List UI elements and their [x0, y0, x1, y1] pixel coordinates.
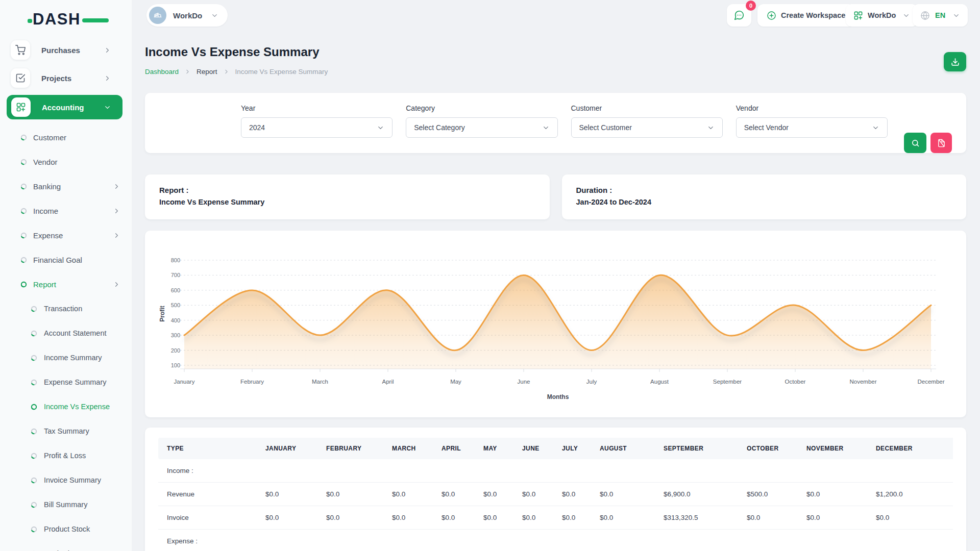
- chevron-right-icon: [113, 183, 120, 190]
- workspace-selector[interactable]: WorkDo: [146, 4, 228, 27]
- sidebar-item-label: Account Statement: [44, 329, 107, 337]
- breadcrumb-report[interactable]: Report: [197, 68, 217, 76]
- svg-text:October: October: [785, 379, 806, 385]
- bullet-icon: [31, 477, 37, 484]
- reset-button[interactable]: [930, 133, 952, 153]
- table-body: Income :Revenue$0.0$0.0$0.0$0.0$0.0$0.0$…: [158, 459, 953, 551]
- chevron-right-icon: [223, 68, 230, 75]
- messages-badge: 0: [746, 1, 756, 11]
- svg-text:July: July: [586, 379, 597, 385]
- category-value: Select Category: [414, 123, 465, 132]
- sidebar-item-vendor[interactable]: Vendor: [0, 149, 132, 174]
- chevron-down-icon: [902, 12, 910, 19]
- sidebar-item-cash-flow[interactable]: Cash Flow: [0, 541, 132, 551]
- workdo-menu-button[interactable]: WorkDo: [846, 4, 918, 27]
- category-label: Category: [406, 104, 557, 112]
- sidebar-item-label: Expense Summary: [44, 378, 107, 386]
- table-column-november: NOVEMBER: [800, 438, 870, 459]
- logo[interactable]: DASH: [33, 10, 81, 29]
- svg-text:600: 600: [171, 287, 180, 293]
- sidebar-item-tax-summary[interactable]: Tax Summary: [0, 419, 132, 443]
- chevron-down-icon: [872, 124, 879, 132]
- checkbox-icon: [11, 68, 30, 88]
- messages-button[interactable]: 0: [727, 4, 751, 27]
- svg-text:100: 100: [171, 362, 180, 368]
- language-selector[interactable]: EN: [913, 4, 968, 27]
- sidebar-item-account-statement[interactable]: Account Statement: [0, 321, 132, 345]
- table-column-march: MARCH: [386, 438, 435, 459]
- cell-value: $0.0: [259, 483, 320, 506]
- bullet-icon: [31, 355, 37, 361]
- cell-value: $0.0: [320, 483, 386, 506]
- sidebar-item-income[interactable]: Income: [0, 198, 132, 223]
- customer-value: Select Customer: [579, 123, 632, 132]
- language-code: EN: [935, 11, 945, 19]
- table-column-february: FEBRUARY: [320, 438, 386, 459]
- customer-label: Customer: [571, 104, 723, 112]
- year-label: Year: [241, 104, 393, 112]
- sidebar-item-product-stock[interactable]: Product Stock: [0, 517, 132, 541]
- cell-value: $0.0: [477, 506, 516, 530]
- vendor-select[interactable]: Select Vendor: [736, 117, 888, 138]
- table-header-row: TYPEJANUARYFEBRUARYMARCHAPRILMAYJUNEJULY…: [158, 438, 953, 459]
- category-select[interactable]: Select Category: [406, 117, 557, 138]
- bullet-icon: [20, 208, 27, 214]
- create-workspace-button[interactable]: Create Workspace: [757, 4, 854, 27]
- row-label: Revenue: [158, 483, 259, 506]
- sidebar-item-purchases[interactable]: Purchases: [6, 39, 122, 61]
- sidebar-item-transaction[interactable]: Transaction: [0, 296, 132, 321]
- cell-value: $0.0: [259, 506, 320, 530]
- cell-value: $0.0: [516, 506, 556, 530]
- breadcrumb-dashboard[interactable]: Dashboard: [145, 68, 179, 76]
- sidebar-item-label: Income: [33, 207, 58, 215]
- sidebar-item-label: Banking: [33, 182, 61, 191]
- workspace-label: WorkDo: [173, 11, 202, 20]
- customer-select[interactable]: Select Customer: [571, 117, 723, 138]
- bullet-icon: [31, 502, 37, 508]
- sidebar-item-label: Bill Summary: [44, 500, 87, 509]
- logo-text: DASH: [33, 10, 81, 29]
- sidebar-item-label: Customer: [33, 133, 66, 142]
- chevron-right-icon: [184, 68, 191, 75]
- sidebar-item-projects[interactable]: Projects: [6, 67, 122, 89]
- sidebar-item-customer[interactable]: Customer: [0, 125, 132, 149]
- sidebar-item-expense[interactable]: Expense: [0, 223, 132, 247]
- cell-value: $313,320.5: [657, 506, 741, 530]
- report-card-value: Income Vs Expense Summary: [159, 198, 535, 206]
- table-row-revenue: Revenue$0.0$0.0$0.0$0.0$0.0$0.0$0.0$0.0$…: [158, 483, 953, 506]
- sidebar-item-financial-goal[interactable]: Financial Goal: [0, 247, 132, 272]
- bullet-icon: [20, 232, 27, 239]
- sidebar-item-accounting[interactable]: Accounting: [7, 95, 122, 119]
- chevron-right-icon: [113, 281, 120, 288]
- year-select[interactable]: 2024: [241, 117, 393, 138]
- chevron-right-icon: [113, 207, 120, 215]
- sidebar-item-income-vs-expense[interactable]: Income Vs Expense: [0, 394, 132, 419]
- svg-text:800: 800: [171, 257, 180, 263]
- sidebar-item-banking[interactable]: Banking: [0, 174, 132, 198]
- sidebar-item-bill-summary[interactable]: Bill Summary: [0, 492, 132, 517]
- chevron-down-icon: [211, 12, 218, 19]
- logo-dot: [28, 19, 32, 23]
- sidebar-item-invoice-summary[interactable]: Invoice Summary: [0, 468, 132, 492]
- profit-area-chart: 100200300400500600700800 JanuaryFebruary…: [156, 237, 955, 412]
- sidebar-item-profit-loss[interactable]: Profit & Loss: [0, 443, 132, 468]
- sidebar-item-label: Report: [33, 280, 56, 289]
- svg-text:700: 700: [171, 272, 180, 278]
- sidebar-item-income-summary[interactable]: Income Summary: [0, 345, 132, 370]
- svg-text:500: 500: [171, 302, 180, 308]
- cell-value: $6,900.0: [657, 483, 741, 506]
- cell-value: $0.0: [800, 483, 870, 506]
- download-button[interactable]: [944, 52, 966, 71]
- sidebar-item-label: Income Vs Expense: [44, 403, 110, 411]
- bullet-icon: [31, 306, 37, 312]
- sidebar-item-report[interactable]: Report: [0, 272, 132, 296]
- table-column-january: JANUARY: [259, 438, 320, 459]
- year-value: 2024: [249, 123, 265, 132]
- cell-value: $0.0: [556, 483, 594, 506]
- chart-card: 100200300400500600700800 JanuaryFebruary…: [145, 231, 966, 417]
- sidebar-item-label: Invoice Summary: [44, 476, 101, 484]
- search-button[interactable]: [904, 133, 926, 153]
- svg-text:May: May: [450, 379, 461, 385]
- sidebar-item-expense-summary[interactable]: Expense Summary: [0, 370, 132, 394]
- table-column-october: OCTOBER: [741, 438, 800, 459]
